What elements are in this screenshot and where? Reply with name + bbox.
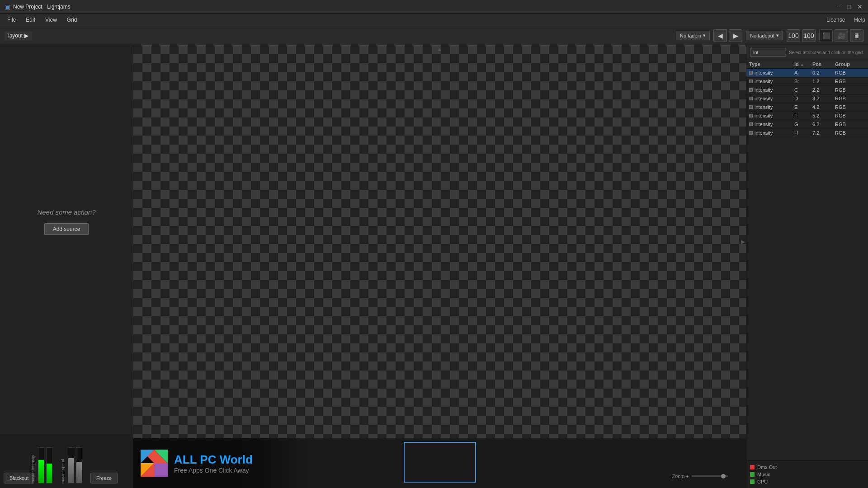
prev-button[interactable]: ◀ (713, 29, 727, 42)
status-item: Dmx Out (750, 465, 864, 470)
attr-group-cell: RGB (835, 79, 862, 84)
attr-color-dot (749, 80, 753, 83)
attr-id-cell: G (794, 122, 812, 127)
watermark-title: ALL PC World (174, 453, 253, 467)
attr-id-cell: C (794, 87, 812, 93)
num2-display: 100 (802, 29, 816, 42)
master-speed-label: master speed (61, 447, 65, 483)
fadeout-dropdown[interactable]: No fadeout ▾ (746, 31, 783, 40)
status-label: Music (757, 472, 770, 477)
canvas-area[interactable]: ▲ ▶ - Zoom + ALL PC World (133, 45, 746, 488)
master-intensity-bar-1 (38, 447, 44, 483)
zoom-control: - Zoom + (669, 474, 728, 479)
table-row[interactable]: intensity D 3.2 RGB (746, 94, 868, 103)
attr-group-cell: RGB (835, 122, 862, 127)
add-source-button[interactable]: Add source (44, 223, 89, 235)
blackout-mode-button[interactable]: ⬛ (819, 29, 833, 42)
left-bottom-bar: Blackout master intensity master speed (0, 434, 133, 488)
attr-group-cell: RGB (835, 113, 862, 118)
status-dot (750, 479, 755, 484)
menu-file[interactable]: File (3, 15, 20, 24)
menu-view[interactable]: View (41, 15, 61, 24)
attr-color-dot (749, 88, 753, 92)
menu-edit[interactable]: Edit (21, 15, 40, 24)
maximize-button[interactable]: □ (845, 3, 853, 10)
attr-color-dot (749, 114, 753, 117)
table-row[interactable]: intensity E 4.2 RGB (746, 103, 868, 112)
transport-controls: ◀ ▶ (713, 29, 742, 42)
zoom-slider[interactable] (692, 475, 728, 477)
blackout-button[interactable]: Blackout (4, 473, 34, 483)
freeze-button[interactable]: Freeze (90, 473, 118, 483)
attr-pos-cell: 7.2 (812, 130, 835, 136)
titlebar-title: New Project - Lightjams (13, 4, 835, 10)
search-hint: Select attributes and click on the grid. (789, 50, 864, 55)
checkerboard-canvas[interactable]: ▲ ▶ (133, 45, 746, 438)
table-row[interactable]: intensity B 1.2 RGB (746, 77, 868, 86)
table-row[interactable]: intensity G 6.2 RGB (746, 120, 868, 129)
attr-id-cell: B (794, 79, 812, 84)
fadein-label: No fadein (680, 33, 701, 38)
attr-type-label: intensity (755, 122, 773, 127)
num1-display: 100 (787, 29, 800, 42)
attr-pos-cell: 0.2 (812, 70, 835, 75)
attr-pos-cell: 1.2 (812, 79, 835, 84)
scroll-top-arrow[interactable]: ▲ (437, 46, 443, 52)
right-panel: Select attributes and click on the grid.… (746, 45, 868, 488)
play-button[interactable]: ▶ (729, 29, 742, 42)
attr-type-label: intensity (755, 79, 773, 84)
col-type[interactable]: Type (749, 61, 794, 67)
col-id[interactable]: Id ▲ (794, 61, 812, 67)
status-label: CPU (757, 479, 768, 484)
status-item: CPU (750, 479, 864, 484)
master-speed-bar-2 (76, 447, 82, 483)
attr-color-dot (749, 122, 753, 126)
close-button[interactable]: ✕ (856, 3, 863, 10)
attr-type-label: intensity (755, 113, 773, 118)
help-link[interactable]: Help (854, 17, 865, 23)
titlebar-controls: − □ ✕ (835, 3, 863, 10)
attr-pos-cell: 5.2 (812, 113, 835, 118)
table-row[interactable]: intensity A 0.2 RGB (746, 69, 868, 77)
camera-button[interactable]: 🎥 (835, 29, 848, 42)
attr-type-label: intensity (755, 130, 773, 136)
attr-id-cell: F (794, 113, 812, 118)
col-group[interactable]: Group (835, 61, 862, 67)
watermark-subtitle: Free Apps One Click Away (174, 467, 253, 474)
attr-pos-cell: 6.2 (812, 122, 835, 127)
table-row[interactable]: intensity H 7.2 RGB (746, 129, 868, 137)
id-sort-icon: ▲ (800, 62, 804, 67)
table-row[interactable]: intensity F 5.2 RGB (746, 112, 868, 120)
layout-selector[interactable]: layout ▶ (5, 31, 32, 40)
view-controls: 100 100 (787, 29, 816, 42)
master-intensity-label: master intensity (31, 447, 35, 483)
attr-color-dot (749, 97, 753, 100)
status-dot (750, 472, 755, 477)
minimize-button[interactable]: − (835, 3, 842, 10)
status-bar: Dmx Out Music CPU (746, 460, 868, 488)
fadein-arrow-icon: ▾ (703, 33, 706, 38)
table-row[interactable]: intensity C 2.2 RGB (746, 86, 868, 94)
attr-color-dot (749, 71, 753, 75)
menu-grid[interactable]: Grid (62, 15, 82, 24)
fadein-dropdown[interactable]: No fadein ▾ (676, 31, 710, 40)
license-link[interactable]: License (826, 17, 845, 23)
zoom-thumb[interactable] (721, 474, 726, 479)
master-intensity-bar-2 (46, 447, 52, 483)
attr-group-cell: RGB (835, 130, 862, 136)
attr-group-cell: RGB (835, 70, 862, 75)
attr-id-cell: D (794, 96, 812, 101)
col-pos[interactable]: Pos (812, 61, 835, 67)
attr-type-label: intensity (755, 104, 773, 110)
attr-group-cell: RGB (835, 104, 862, 110)
attr-group-cell: RGB (835, 96, 862, 101)
attr-pos-cell: 4.2 (812, 104, 835, 110)
attr-type-label: intensity (755, 70, 773, 75)
fadeout-arrow-icon: ▾ (776, 33, 779, 38)
need-action-text: Need some action? (37, 208, 95, 216)
search-input[interactable] (750, 48, 786, 57)
monitor-button[interactable]: 🖥 (850, 29, 863, 42)
scroll-right-arrow[interactable]: ▶ (741, 239, 745, 245)
mini-viewport[interactable] (404, 442, 476, 483)
layout-label: layout (8, 33, 23, 39)
